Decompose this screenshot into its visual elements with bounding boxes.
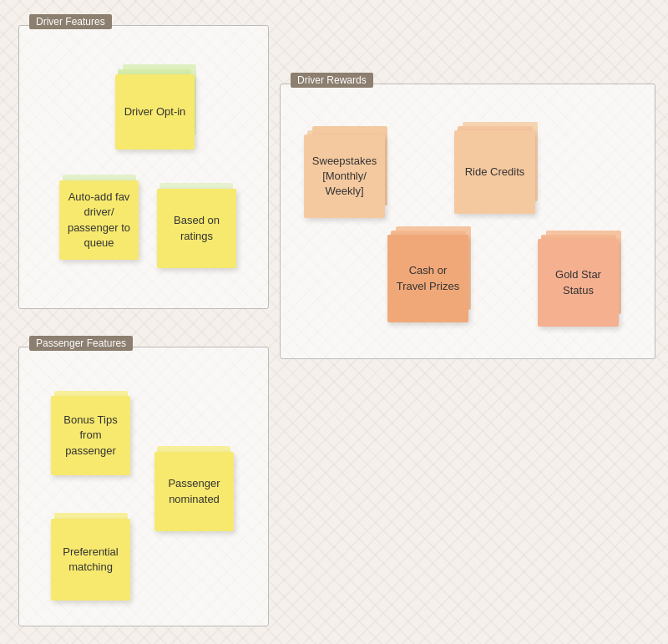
passenger-nominated-note: Passenger nominated [154, 452, 234, 531]
based-on-ratings-note: Based on ratings [157, 189, 236, 268]
bonus-tips-note: Bonus Tips from passenger [51, 396, 130, 475]
driver-features-group: Driver Features Driver Opt-in Auto-add f… [18, 25, 269, 309]
gold-star-note: Gold Star Status [538, 239, 619, 327]
passenger-features-group: Passenger Features Bonus Tips from passe… [18, 347, 269, 626]
passenger-features-label: Passenger Features [29, 336, 133, 351]
sweepstakes-note: Sweepstakes [Monthly/ Weekly] [304, 134, 385, 218]
driver-optin-note: Driver Opt-in [115, 74, 195, 150]
cash-prizes-note: Cash or Travel Prizes [387, 235, 468, 322]
driver-features-label: Driver Features [29, 14, 112, 29]
driver-rewards-group: Driver Rewards Sweepstakes [Monthly/ Wee… [280, 84, 655, 359]
ride-credits-note: Ride Credits [454, 130, 535, 214]
preferential-matching-note: Preferential matching [51, 519, 130, 601]
auto-add-note: Auto-add fav driver/ passenger to queue [59, 180, 139, 260]
driver-rewards-label: Driver Rewards [291, 73, 373, 88]
